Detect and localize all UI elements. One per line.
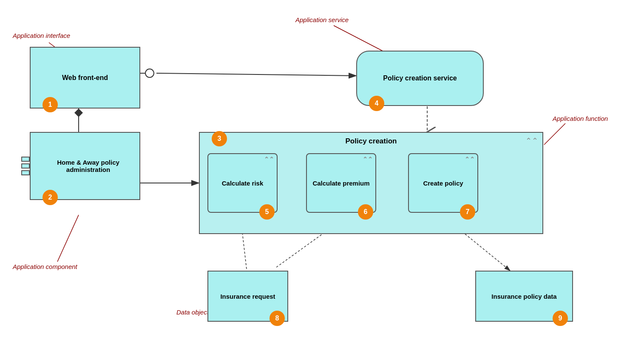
diagram-container: Application interface Application servic… [0, 0, 644, 343]
chevron-create: ⌃⌃ [465, 156, 475, 163]
badge-4: 4 [369, 96, 384, 111]
badge-5: 5 [259, 204, 275, 220]
policy-creation-service-label: Policy creation service [383, 74, 457, 82]
component-layer-1 [21, 157, 30, 162]
calculate-premium-label: Calculate premium [312, 180, 369, 187]
insurance-request-label: Insurance request [220, 293, 275, 300]
label-application-interface: Application interface [13, 32, 70, 39]
component-layer-2 [21, 163, 30, 169]
badge-6: 6 [358, 204, 373, 220]
label-line-component [57, 215, 79, 262]
lollipop-circle [145, 69, 154, 77]
badge-7: 7 [460, 204, 475, 220]
function-chevron-main: ⌃⌃ [525, 136, 538, 146]
calculate-risk-box: ⌃⌃ Calculate risk [207, 153, 278, 213]
badge-2: 2 [43, 190, 58, 205]
web-frontend-label: Web front-end [62, 74, 108, 82]
home-away-label: Home & Away policy administration [31, 159, 139, 173]
chevron-premium: ⌃⌃ [363, 156, 373, 163]
create-policy-box: ⌃⌃ Create policy [408, 153, 478, 213]
insurance-policy-data-label: Insurance policy data [491, 293, 556, 300]
badge-3: 3 [212, 131, 227, 146]
component-layers [21, 157, 30, 175]
create-policy-label: Create policy [423, 180, 463, 187]
policy-creation-function-label: Policy creation [346, 137, 397, 146]
home-away-box: Home & Away policy administration [30, 132, 140, 200]
calculate-premium-box: ⌃⌃ Calculate premium [306, 153, 376, 213]
badge-1: 1 [43, 97, 58, 112]
label-application-service: Application service [295, 16, 349, 23]
chevron-risk: ⌃⌃ [264, 156, 274, 163]
label-application-function: Application function [553, 115, 608, 122]
badge-8: 8 [270, 311, 285, 326]
component-layer-3 [21, 170, 30, 175]
label-data-object: Data object [176, 309, 209, 316]
badge-9: 9 [553, 311, 568, 326]
calculate-risk-label: Calculate risk [222, 180, 264, 187]
label-line-function [544, 123, 565, 145]
label-application-component: Application component [13, 263, 77, 270]
connector-frontend-service [156, 73, 356, 76]
